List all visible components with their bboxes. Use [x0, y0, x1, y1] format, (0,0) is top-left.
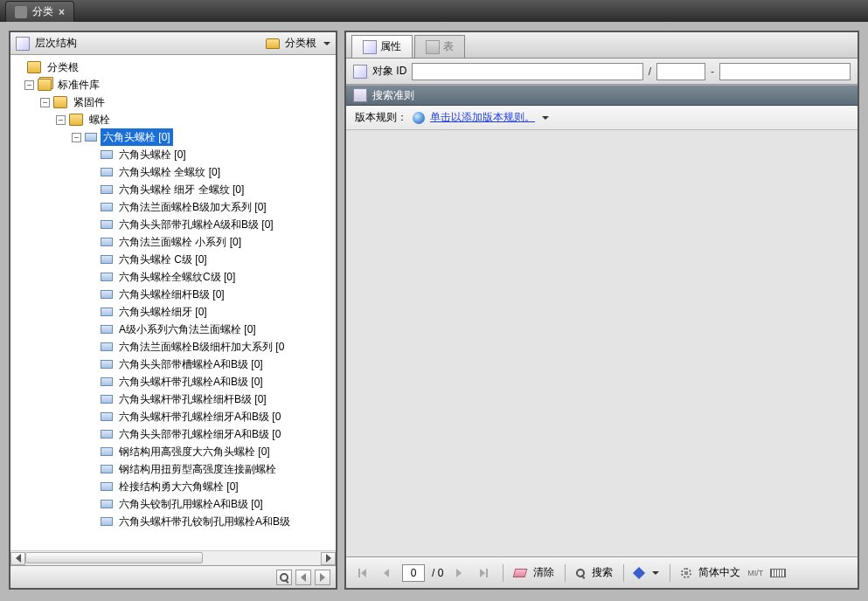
tree-node-item[interactable]: 六角头螺杆带孔螺栓A和B级 [0]: [12, 373, 334, 390]
tree-node-library[interactable]: – 标准件库: [12, 76, 334, 93]
prev-page-button[interactable]: [378, 564, 395, 582]
tree-label: 六角头头部带槽螺栓A和B级 [0]: [116, 356, 266, 373]
search-criteria-header: 搜索准则: [346, 85, 858, 106]
properties-icon: [363, 40, 377, 54]
tree-label: 栓接结构勇大六角螺栓 [0]: [116, 478, 241, 495]
tree-toggle: [87, 307, 97, 317]
tree-label: 六角头螺栓细杆B级 [0]: [116, 286, 227, 303]
chevron-down-icon[interactable]: [323, 42, 330, 45]
folder-icon: [266, 38, 280, 49]
tab-table[interactable]: 表: [414, 35, 465, 58]
tree-label: 钢结构用高强度大六角头螺栓 [0]: [116, 443, 273, 460]
tree-node-item[interactable]: 六角头铰制孔用螺栓A和B级 [0]: [12, 495, 334, 513]
tree-node-item[interactable]: 六角头螺栓 [0]: [12, 146, 334, 163]
tree-node-item[interactable]: 六角法兰面螺栓 小系列 [0]: [12, 233, 334, 251]
close-icon[interactable]: ×: [59, 6, 65, 18]
tree-node-item[interactable]: 六角头头部带槽螺栓A和B级 [0]: [12, 356, 334, 373]
hierarchy-title: 层次结构: [35, 36, 77, 51]
next-button[interactable]: [315, 570, 330, 585]
tree-node-item[interactable]: 六角头头部带孔螺栓A级和B级 [0]: [12, 216, 334, 233]
prev-button[interactable]: [295, 570, 311, 585]
divider: [565, 564, 566, 582]
object-id-field[interactable]: [412, 63, 642, 80]
next-page-button[interactable]: [450, 564, 468, 582]
search-button[interactable]: [276, 570, 292, 585]
first-page-button[interactable]: [353, 564, 371, 582]
tree-toggle: [87, 150, 97, 160]
tree-label: 六角头螺杆带孔螺栓细杆B级 [0]: [116, 390, 269, 408]
tree-node-item[interactable]: 六角头螺杆带孔螺栓细牙A和B级 [0: [12, 408, 334, 425]
scroll-thumb[interactable]: [25, 552, 203, 563]
diamond-icon: [633, 566, 645, 578]
tree-node-selected[interactable]: – 六角头螺栓 [0]: [12, 128, 334, 146]
object-revision-field[interactable]: [656, 63, 705, 80]
tree-node-item[interactable]: 六角头螺栓 C级 [0]: [12, 251, 334, 268]
part-icon: [101, 412, 113, 421]
chevron-down-icon[interactable]: [542, 116, 549, 120]
tab-properties[interactable]: 属性: [351, 35, 413, 58]
part-icon: [101, 482, 113, 491]
tree-collapse-icon[interactable]: –: [56, 115, 66, 125]
folder-icon: [69, 114, 83, 126]
tree-toggle: [87, 342, 97, 352]
object-id-row: 对象 ID / -: [346, 59, 858, 85]
tree-collapse-icon[interactable]: –: [24, 80, 34, 90]
scroll-left-button[interactable]: [10, 552, 25, 565]
tree-label: 六角头螺栓细牙 [0]: [116, 303, 210, 321]
tree-node-fastener[interactable]: – 紧固件: [12, 93, 334, 111]
tree-node-item[interactable]: 六角法兰面螺栓B级细杆加大系列 [0: [12, 338, 334, 356]
tree-node-item[interactable]: 六角头螺栓细杆B级 [0]: [12, 286, 334, 303]
tree-node-item[interactable]: 六角头螺杆带孔螺栓细杆B级 [0]: [12, 390, 334, 408]
tree-node-item[interactable]: 六角头头部带孔螺栓细牙A和B级 [0: [12, 425, 334, 443]
language-selector[interactable]: 简体中文: [698, 565, 740, 580]
tree-toggle: [87, 430, 97, 439]
search-button[interactable]: 搜索: [592, 565, 613, 580]
tree-node-bolt[interactable]: – 螺栓: [12, 111, 334, 128]
tree-node-item[interactable]: 栓接结构勇大六角螺栓 [0]: [12, 478, 334, 495]
tree-label: 六角头螺杆带孔螺栓A和B级 [0]: [116, 373, 266, 390]
tree-toggle: [87, 168, 97, 177]
root-dropdown-label[interactable]: 分类根: [285, 36, 316, 51]
tree-node-item[interactable]: 六角头螺栓细牙 [0]: [12, 303, 334, 321]
part-icon: [101, 290, 113, 299]
tree-toggle: [87, 500, 97, 509]
tree-node-item[interactable]: 钢结构用高强度大六角头螺栓 [0]: [12, 443, 334, 460]
tree-toggle: [87, 185, 97, 195]
tree-toggle: [87, 395, 97, 404]
tree-collapse-icon[interactable]: –: [72, 133, 81, 142]
separator: -: [711, 66, 714, 78]
tree-node-item[interactable]: A级小系列六角法兰面螺栓 [0]: [12, 321, 334, 338]
chevron-down-icon[interactable]: [652, 571, 659, 575]
window-tab-classification[interactable]: 分类 ×: [5, 1, 74, 22]
part-icon: [101, 307, 113, 316]
divider: [623, 564, 624, 582]
object-name-field[interactable]: [719, 63, 851, 80]
tree-node-item[interactable]: 六角头螺栓 全螺纹 [0]: [12, 163, 334, 181]
tree-node-item[interactable]: 钢结构用扭剪型高强度连接副螺栓: [12, 460, 334, 478]
search-icon: [280, 573, 288, 582]
tree-collapse-icon[interactable]: –: [40, 98, 50, 107]
part-icon: [101, 342, 113, 351]
last-page-button[interactable]: [475, 564, 492, 582]
version-rule-label: 版本规则：: [355, 110, 407, 125]
tree-toggle: [87, 447, 97, 457]
tree-label: 六角头螺栓 C级 [0]: [116, 251, 210, 268]
tree-node-item[interactable]: 六角头螺杆带孔铰制孔用螺栓A和B级: [12, 513, 334, 530]
scroll-right-button[interactable]: [321, 552, 336, 565]
page-number-input[interactable]: 0: [402, 564, 425, 582]
tree-node-item[interactable]: 六角头螺栓全螺纹C级 [0]: [12, 268, 334, 286]
criteria-icon: [353, 88, 367, 102]
tree-node-root[interactable]: 分类根: [12, 59, 334, 76]
part-icon: [101, 447, 113, 456]
globe-icon: [413, 112, 425, 124]
tree-node-item[interactable]: 六角法兰面螺栓B级加大系列 [0]: [12, 198, 334, 216]
scroll-track[interactable]: [25, 552, 321, 565]
horizontal-scrollbar[interactable]: [10, 550, 336, 565]
hierarchy-tree[interactable]: 分类根 – 标准件库 – 紧固件 – 螺: [10, 55, 336, 534]
tree-label: 钢结构用扭剪型高强度连接副螺栓: [116, 460, 279, 478]
tree-node-item[interactable]: 六角头螺栓 细牙 全螺纹 [0]: [12, 181, 334, 198]
part-icon: [101, 500, 113, 508]
add-version-rule-link[interactable]: 单击以添加版本规则。: [430, 110, 535, 125]
clear-button[interactable]: 清除: [533, 565, 554, 580]
keyboard-icon[interactable]: [770, 569, 786, 577]
